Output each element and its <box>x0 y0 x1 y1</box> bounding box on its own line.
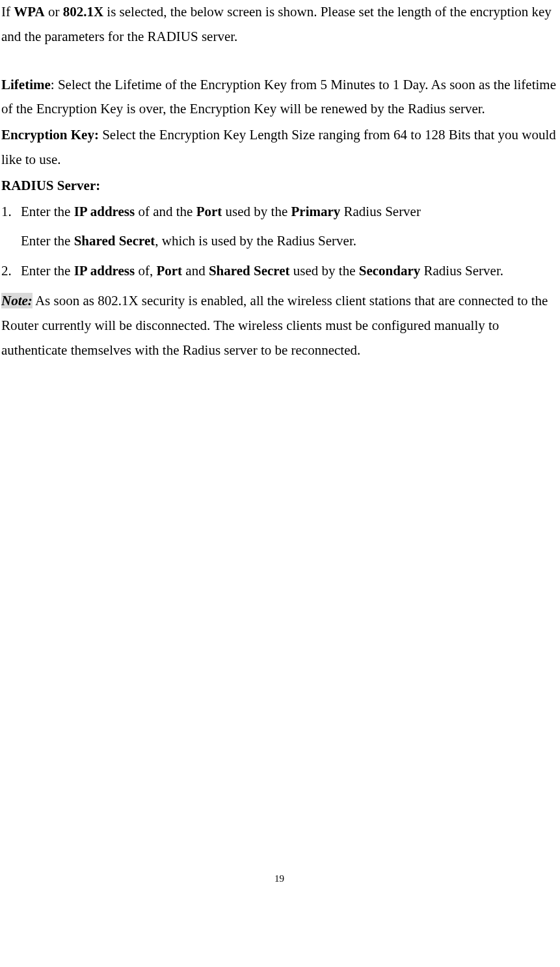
spacer <box>1 51 557 73</box>
item2-b4: Secondary <box>359 263 421 279</box>
item1-b3: Primary <box>291 204 341 219</box>
item2-post1: Radius Server. <box>420 263 503 279</box>
intro-mid1: or <box>45 4 63 20</box>
document-page: If WPA or 802.1X is selected, the below … <box>0 0 560 888</box>
radius-server-heading: RADIUS Server: <box>1 174 557 198</box>
note-paragraph: Note: As soon as 802.1X security is enab… <box>1 289 557 362</box>
item1-b1: IP address <box>74 204 135 219</box>
lifetime-text: : Select the Lifetime of the Encryption … <box>1 77 556 117</box>
item1-line2post: , which is used by the Radius Server. <box>155 233 356 249</box>
encryption-key-paragraph: Encryption Key: Select the Encryption Ke… <box>1 123 557 172</box>
item1-post1: Radius Server <box>340 204 421 219</box>
intro-paragraph: If WPA or 802.1X is selected, the below … <box>1 0 557 49</box>
item2-b1: IP address <box>74 263 135 279</box>
list-item-2: 2. Enter the IP address of, Port and Sha… <box>1 259 557 284</box>
lifetime-paragraph: Lifetime: Select the Lifetime of the Enc… <box>1 73 557 122</box>
list-item-1: 1. Enter the IP address of and the Port … <box>1 200 557 254</box>
list-number-1: 1. <box>1 200 21 225</box>
note-label: Note: <box>1 293 33 308</box>
item1-line2pre: Enter the <box>21 233 74 249</box>
intro-bold-wpa: WPA <box>14 4 44 20</box>
intro-pre1: If <box>1 4 14 20</box>
item2-line1: Enter the IP address of, Port and Shared… <box>21 259 557 284</box>
item2pore-b3: Shared Secret <box>209 263 290 279</box>
item1-line2b: Shared Secret <box>74 233 155 249</box>
item1-line1: Enter the IP address of and the Port use… <box>21 200 557 225</box>
item1-line2: Enter the Shared Secret, which is used b… <box>21 229 557 254</box>
item1-b2: Port <box>196 204 222 219</box>
item1-mid2: used by the <box>222 204 291 219</box>
item2-mid3: used by the <box>290 263 359 279</box>
radius-server-label: RADIUS Server: <box>1 178 100 193</box>
item2-mid2: and <box>182 263 209 279</box>
item1-pre1: Enter the <box>21 204 74 219</box>
intro-bold-8021x: 802.1X <box>63 4 103 20</box>
list-number-2: 2. <box>1 259 21 284</box>
lifetime-label: Lifetime <box>1 77 51 92</box>
item2-mid1: of, <box>135 263 156 279</box>
item1-mid1: of and the <box>135 204 196 219</box>
encryption-key-label: Encryption Key: <box>1 127 99 143</box>
item2-b2: Port <box>156 263 182 279</box>
list-content-2: Enter the IP address of, Port and Shared… <box>21 259 557 284</box>
list-content-1: Enter the IP address of and the Port use… <box>21 200 557 254</box>
item2-pre1: Enter the <box>21 263 74 279</box>
page-number: 19 <box>1 870 557 888</box>
note-text: As soon as 802.1X security is enabled, a… <box>1 293 548 358</box>
